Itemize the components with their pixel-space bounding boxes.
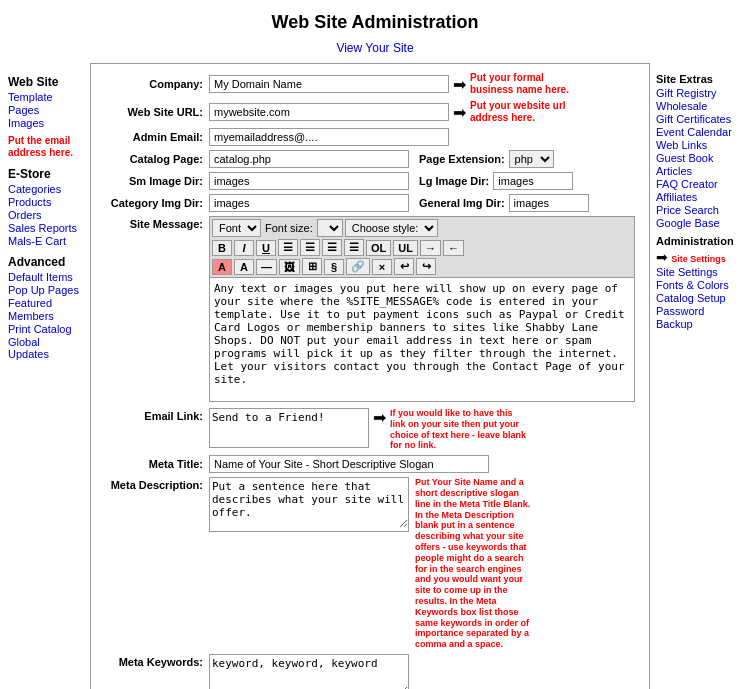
sidebar-item-products[interactable]: Products xyxy=(8,196,82,208)
meta-title-input[interactable] xyxy=(209,455,489,473)
sidebar-item-print-catalog[interactable]: Print Catalog xyxy=(8,323,82,335)
underline-button[interactable]: U xyxy=(256,240,276,256)
meta-annotation: Put Your Site Name and a short descripti… xyxy=(415,477,535,650)
right-link-gift-registry[interactable]: Gift Registry xyxy=(656,87,744,99)
align-center-button[interactable]: ☰ xyxy=(300,239,320,256)
right-link-fonts-colors[interactable]: Fonts & Colors xyxy=(656,279,744,291)
email-link-textarea[interactable]: Send to a Friend! xyxy=(209,408,369,448)
right-link-affiliates[interactable]: Affiliates xyxy=(656,191,744,203)
align-left-button[interactable]: ☰ xyxy=(278,239,298,256)
sidebar-item-mals-e-cart[interactable]: Mals-E Cart xyxy=(8,235,82,247)
center-form: Company: ➡ Put your formal business name… xyxy=(90,63,650,689)
right-link-articles[interactable]: Articles xyxy=(656,165,744,177)
sidebar-item-images[interactable]: Images xyxy=(8,117,82,129)
site-message-label: Site Message: xyxy=(99,216,209,230)
admin-email-input[interactable] xyxy=(209,128,449,146)
page-ext-select[interactable]: php html htm xyxy=(509,150,554,168)
editor-toolbar: Font Font size: Choose style: B I U xyxy=(210,217,634,278)
page-ext-label: Page Extension: xyxy=(419,153,505,165)
sidebar-item-featured[interactable]: Featured xyxy=(8,297,82,309)
site-message-textarea[interactable] xyxy=(210,278,634,398)
ul-button[interactable]: UL xyxy=(393,240,418,256)
italic-button[interactable]: I xyxy=(234,240,254,256)
sidebar-section-estore: E-Store xyxy=(8,167,82,181)
email-link-arrow: ➡ xyxy=(373,408,386,427)
bg-color-button[interactable]: A xyxy=(212,259,232,275)
weburl-input[interactable] xyxy=(209,103,449,121)
page-header: Web Site Administration xyxy=(0,0,750,37)
table-button[interactable]: ⊞ xyxy=(302,258,322,275)
sidebar-item-pop-up-pages[interactable]: Pop Up Pages xyxy=(8,284,82,296)
lg-image-dir-label: Lg Image Dir: xyxy=(419,175,489,187)
admin-email-label: Admin Email: xyxy=(99,131,209,143)
font-select[interactable]: Font xyxy=(212,219,261,237)
right-link-guest-book[interactable]: Guest Book xyxy=(656,152,744,164)
sidebar-item-default-items[interactable]: Default Items xyxy=(8,271,82,283)
text-color-button[interactable]: A xyxy=(234,259,254,275)
category-img-dir-input[interactable] xyxy=(209,194,409,212)
ol-button[interactable]: OL xyxy=(366,240,391,256)
category-img-dir-label: Category Img Dir: xyxy=(99,197,209,209)
right-link-site-settings[interactable]: Site Settings xyxy=(656,266,744,278)
hr-button[interactable]: — xyxy=(256,259,277,275)
fontsize-select[interactable] xyxy=(317,219,343,237)
weburl-annotation: Put your website url address here. xyxy=(470,100,570,124)
right-sidebar: Site Extras Gift Registry Wholesale Gift… xyxy=(650,63,750,689)
email-link-annotation: If you would like to have this link on y… xyxy=(390,408,530,451)
right-link-web-links[interactable]: Web Links xyxy=(656,139,744,151)
sidebar-item-categories[interactable]: Categories xyxy=(8,183,82,195)
general-img-dir-input[interactable] xyxy=(509,194,589,212)
meta-title-label: Meta Title: xyxy=(99,458,209,470)
view-site-link[interactable]: View Your Site xyxy=(336,41,413,55)
style-select[interactable]: Choose style: xyxy=(345,219,438,237)
meta-description-wrapper xyxy=(209,477,409,532)
view-site-link-row: View Your Site xyxy=(0,37,750,63)
left-sidebar: Web Site Template Pages Images Put the e… xyxy=(0,63,90,689)
special-button[interactable]: § xyxy=(324,259,344,275)
link-button[interactable]: 🔗 xyxy=(346,258,370,275)
sidebar-item-members[interactable]: Members xyxy=(8,310,82,322)
right-link-backup[interactable]: Backup xyxy=(656,318,744,330)
unlink-button[interactable]: × xyxy=(372,259,392,275)
weburl-label: Web Site URL: xyxy=(99,106,209,118)
meta-description-textarea[interactable] xyxy=(210,478,408,528)
fontsize-label: Font size: xyxy=(265,222,313,234)
sidebar-section-advanced: Advanced xyxy=(8,255,82,269)
company-annotation: Put your formal business name here. xyxy=(470,72,570,96)
company-annotation-arrow: ➡ xyxy=(453,75,466,94)
company-input[interactable] xyxy=(209,75,449,93)
weburl-annotation-arrow: ➡ xyxy=(453,103,466,122)
meta-description-label: Meta Description: xyxy=(99,477,209,491)
right-link-price-search[interactable]: Price Search xyxy=(656,204,744,216)
right-link-faq-creator[interactable]: FAQ Creator xyxy=(656,178,744,190)
sidebar-item-template[interactable]: Template xyxy=(8,91,82,103)
meta-keywords-textarea[interactable] xyxy=(210,655,408,689)
right-link-google-base[interactable]: Google Base xyxy=(656,217,744,229)
sidebar-item-orders[interactable]: Orders xyxy=(8,209,82,221)
company-label: Company: xyxy=(99,78,209,90)
right-link-catalog-setup[interactable]: Catalog Setup xyxy=(656,292,744,304)
redo-button[interactable]: ↪ xyxy=(416,258,436,275)
right-link-wholesale[interactable]: Wholesale xyxy=(656,100,744,112)
meta-keywords-label: Meta Keywords: xyxy=(99,654,209,668)
sidebar-item-pages[interactable]: Pages xyxy=(8,104,82,116)
admin-annotation-arrow: ➡ xyxy=(656,249,668,265)
justify-button[interactable]: ☰ xyxy=(344,239,364,256)
site-extras-title: Site Extras xyxy=(656,73,744,85)
general-img-dir-label: General Img Dir: xyxy=(419,197,505,209)
undo-button[interactable]: ↩ xyxy=(394,258,414,275)
sidebar-item-global-updates[interactable]: Global Updates xyxy=(8,336,82,360)
outdent-button[interactable]: ← xyxy=(443,240,464,256)
sm-image-dir-input[interactable] xyxy=(209,172,409,190)
bold-button[interactable]: B xyxy=(212,240,232,256)
image-button[interactable]: 🖼 xyxy=(279,259,300,275)
lg-image-dir-input[interactable] xyxy=(493,172,573,190)
sm-image-dir-label: Sm Image Dir: xyxy=(99,175,209,187)
sidebar-item-sales-reports[interactable]: Sales Reports xyxy=(8,222,82,234)
right-link-gift-certificates[interactable]: Gift Certificates xyxy=(656,113,744,125)
align-right-button[interactable]: ☰ xyxy=(322,239,342,256)
right-link-event-calendar[interactable]: Event Calendar xyxy=(656,126,744,138)
right-link-password[interactable]: Password xyxy=(656,305,744,317)
catalog-page-input[interactable] xyxy=(209,150,409,168)
indent-button[interactable]: → xyxy=(420,240,441,256)
